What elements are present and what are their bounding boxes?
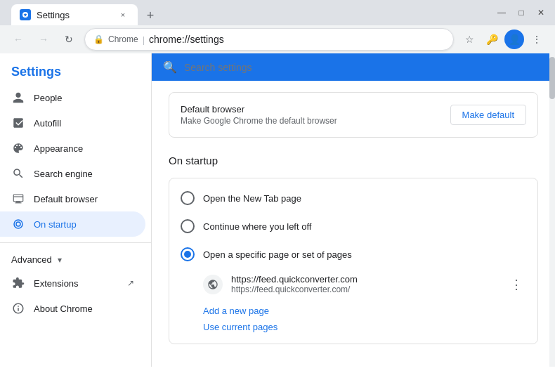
reload-button[interactable]: ↻ xyxy=(59,30,79,49)
new-tab-button[interactable]: + xyxy=(141,6,160,25)
tab-close-button[interactable]: × xyxy=(117,8,129,21)
maximize-button[interactable]: □ xyxy=(513,4,530,21)
autofill-icon xyxy=(11,116,25,130)
default-browser-icon xyxy=(11,192,25,206)
settings-tab[interactable]: Settings × xyxy=(11,4,138,25)
minimize-button[interactable]: — xyxy=(493,4,510,21)
search-input[interactable] xyxy=(184,62,544,73)
extensions-icon xyxy=(11,276,25,290)
default-browser-card: Default browser Make Google Chrome the d… xyxy=(169,92,538,138)
default-browser-text: Default browser Make Google Chrome the d… xyxy=(181,104,337,126)
tab-title: Settings xyxy=(37,10,111,20)
sidebar-header: Settings xyxy=(0,53,151,85)
sidebar-item-on-startup[interactable]: On startup xyxy=(0,211,145,237)
sidebar-divider xyxy=(0,242,151,243)
search-engine-icon xyxy=(11,166,25,181)
sidebar-item-autofill-label: Autofill xyxy=(34,118,61,129)
scrollbar-thumb[interactable] xyxy=(549,57,555,99)
forward-button[interactable]: → xyxy=(34,30,53,49)
use-current-pages-link[interactable]: Use current pages xyxy=(203,322,526,332)
url-secure-icon: 🔒 xyxy=(93,34,104,44)
search-bar[interactable]: 🔍 xyxy=(152,53,555,81)
radio-circle-continue xyxy=(181,219,195,233)
sidebar-item-people-label: People xyxy=(34,93,62,103)
radio-inner-specific-page xyxy=(184,251,191,258)
make-default-button[interactable]: Make default xyxy=(450,105,526,125)
startup-url-menu-button[interactable]: ⋮ xyxy=(507,275,526,294)
appearance-icon xyxy=(11,141,25,155)
browser-frame: Settings × + — □ ✕ ← → ↻ 🔒 Chrome | chro… xyxy=(0,0,555,53)
svg-rect-1 xyxy=(13,195,23,202)
startup-url-main: https://feed.quickconverter.com xyxy=(231,274,498,285)
search-icon: 🔍 xyxy=(163,60,177,74)
sidebar: Settings People Autofill Appearance xyxy=(0,53,152,367)
sidebar-item-default-browser[interactable]: Default browser xyxy=(0,186,145,211)
people-icon xyxy=(11,91,25,105)
radio-label-new-tab: Open the New Tab page xyxy=(203,193,301,204)
close-button[interactable]: ✕ xyxy=(533,4,549,21)
app-container: Settings People Autofill Appearance xyxy=(0,53,555,367)
sidebar-item-search-engine[interactable]: Search engine xyxy=(0,161,145,186)
radio-open-new-tab[interactable]: Open the New Tab page xyxy=(169,184,537,212)
sidebar-item-search-engine-label: Search engine xyxy=(34,169,93,179)
sidebar-item-autofill[interactable]: Autofill xyxy=(0,110,145,136)
startup-url-globe-icon xyxy=(203,275,223,294)
account-secure-icon[interactable]: 🔑 xyxy=(482,30,502,49)
window-controls: — □ ✕ xyxy=(493,4,549,21)
sidebar-item-on-startup-label: On startup xyxy=(34,219,77,230)
advanced-arrow-icon: ▾ xyxy=(58,255,62,265)
startup-options-card: Open the New Tab page Continue where you… xyxy=(169,178,538,344)
toolbar-icons: ☆ 🔑 👤 ⋮ xyxy=(459,30,547,49)
startup-url-text: https://feed.quickconverter.com https://… xyxy=(231,274,498,294)
on-startup-icon xyxy=(11,217,25,231)
radio-specific-page[interactable]: Open a specific page or set of pages xyxy=(169,240,537,268)
about-icon xyxy=(11,301,25,315)
sidebar-item-appearance-label: Appearance xyxy=(34,143,83,154)
sidebar-item-extensions[interactable]: Extensions ↗ xyxy=(0,270,145,296)
sidebar-item-appearance[interactable]: Appearance xyxy=(0,136,145,161)
menu-icon[interactable]: ⋮ xyxy=(527,30,547,49)
default-browser-description: Make Google Chrome the default browser xyxy=(181,116,337,126)
radio-circle-new-tab xyxy=(181,191,195,205)
svg-rect-4 xyxy=(15,202,22,203)
svg-rect-3 xyxy=(16,202,20,203)
external-link-icon: ↗ xyxy=(127,278,134,288)
back-button[interactable]: ← xyxy=(8,30,28,49)
sidebar-item-people[interactable]: People xyxy=(0,85,145,110)
profile-avatar[interactable]: 👤 xyxy=(504,30,524,49)
default-browser-label: Default browser xyxy=(181,104,337,115)
sidebar-title: Settings xyxy=(11,65,140,79)
scrollbar-track[interactable] xyxy=(549,53,555,367)
startup-url-sub: https://feed.quickconverter.com/ xyxy=(231,285,498,294)
url-separator: | xyxy=(143,34,145,45)
radio-label-continue: Continue where you left off xyxy=(203,221,311,232)
startup-links: Add a new page Use current pages xyxy=(169,300,537,338)
sidebar-item-extensions-label: Extensions xyxy=(34,278,79,289)
title-bar: Settings × + — □ ✕ xyxy=(0,0,555,25)
sidebar-item-about-label: About Chrome xyxy=(34,303,93,314)
add-new-page-link[interactable]: Add a new page xyxy=(203,306,526,316)
bookmark-icon[interactable]: ☆ xyxy=(459,30,479,49)
startup-url-item: https://feed.quickconverter.com https://… xyxy=(169,268,537,300)
bottom-bar: Advanced ▾ xyxy=(152,355,555,367)
radio-continue[interactable]: Continue where you left off xyxy=(169,212,537,240)
tab-favicon xyxy=(20,9,31,20)
address-bar: ← → ↻ 🔒 Chrome | chrome://settings ☆ 🔑 👤… xyxy=(0,25,555,53)
url-bar[interactable]: 🔒 Chrome | chrome://settings xyxy=(84,28,454,51)
sidebar-item-about-chrome[interactable]: About Chrome xyxy=(0,296,145,321)
url-text[interactable]: chrome://settings xyxy=(149,34,445,45)
advanced-label: Advanced xyxy=(11,254,52,265)
main-content-area: 🔍 Default browser Make Google Chrome the… xyxy=(152,53,555,367)
radio-label-specific-page: Open a specific page or set of pages xyxy=(203,249,352,260)
radio-circle-specific-page xyxy=(181,247,195,261)
on-startup-title: On startup xyxy=(152,149,555,178)
sidebar-advanced-section[interactable]: Advanced ▾ xyxy=(0,249,151,270)
sidebar-item-default-browser-label: Default browser xyxy=(34,194,98,204)
url-chrome-label: Chrome xyxy=(108,34,138,44)
